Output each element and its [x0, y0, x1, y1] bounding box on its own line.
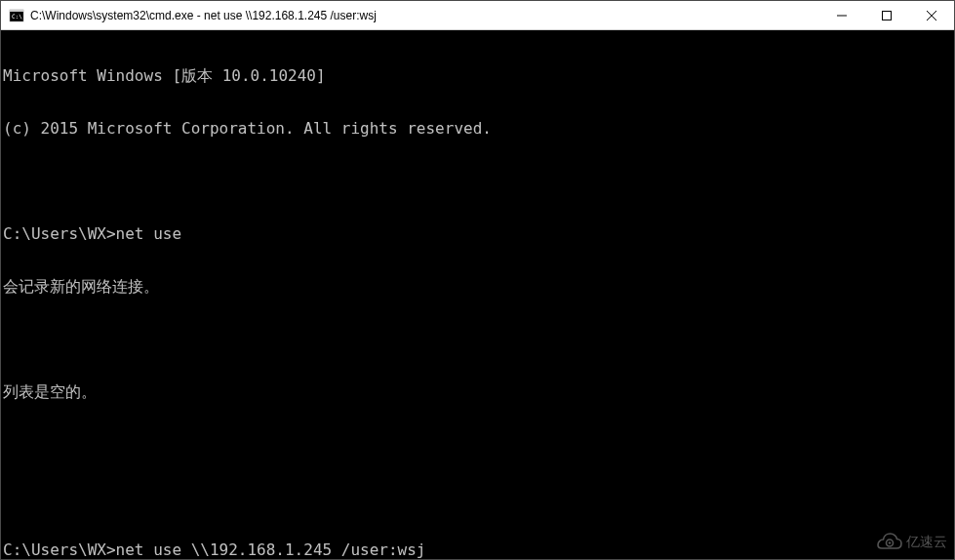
terminal-line: Microsoft Windows [版本 10.0.10240]	[3, 67, 952, 85]
terminal-line	[3, 436, 952, 454]
titlebar[interactable]: C:\ C:\Windows\system32\cmd.exe - net us…	[1, 1, 954, 30]
terminal-line: C:\Users\WX>net use \\192.168.1.245 /use…	[3, 541, 952, 559]
watermark: 亿速云	[877, 533, 947, 552]
terminal-line: C:\Users\WX>net use	[3, 225, 952, 243]
terminal-line	[3, 331, 952, 348]
maximize-button[interactable]	[864, 1, 909, 29]
window-title: C:\Windows\system32\cmd.exe - net use \\…	[30, 9, 819, 22]
minimize-button[interactable]	[819, 1, 864, 29]
cloud-icon	[877, 533, 902, 552]
terminal-line: (c) 2015 Microsoft Corporation. All righ…	[3, 120, 952, 138]
svg-rect-1	[10, 10, 23, 12]
terminal-output[interactable]: Microsoft Windows [版本 10.0.10240] (c) 20…	[1, 30, 954, 559]
svg-point-8	[889, 541, 891, 543]
close-button[interactable]	[909, 1, 954, 29]
svg-rect-4	[883, 11, 892, 20]
terminal-line: 列表是空的。	[3, 383, 952, 401]
watermark-text: 亿速云	[906, 534, 947, 551]
command-prompt-window: C:\ C:\Windows\system32\cmd.exe - net us…	[0, 0, 955, 560]
window-controls	[819, 1, 954, 29]
cmd-icon: C:\	[9, 8, 24, 23]
terminal-line	[3, 489, 952, 506]
terminal-line: 会记录新的网络连接。	[3, 278, 952, 296]
terminal-line	[3, 173, 952, 190]
svg-text:C:\: C:\	[12, 13, 22, 20]
